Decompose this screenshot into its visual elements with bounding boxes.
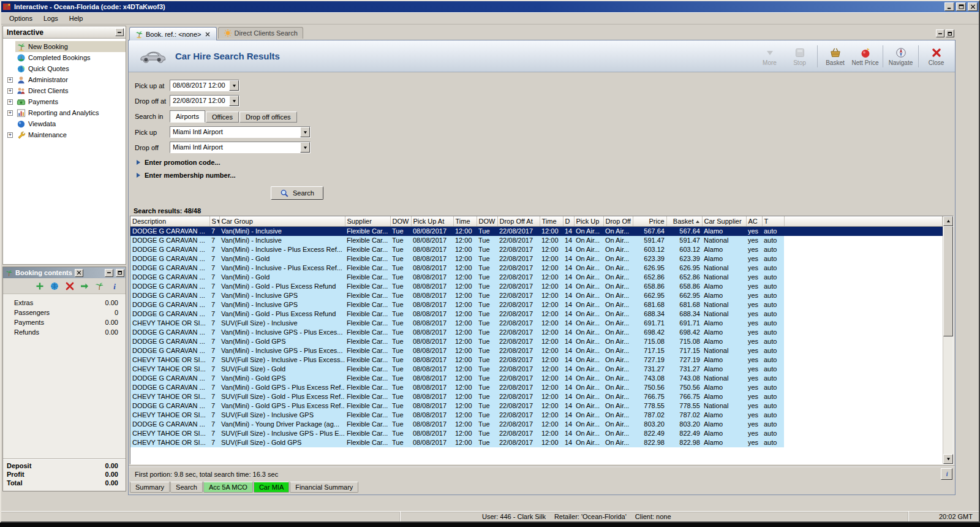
expand-icon[interactable]: + [7, 99, 13, 105]
chevron-down-icon[interactable] [300, 142, 310, 153]
column-header-pick-up[interactable]: Pick Up [574, 216, 603, 226]
expand-icon[interactable]: + [7, 110, 13, 116]
maximize-button[interactable] [956, 2, 966, 11]
result-row[interactable]: DODGE G CARAVAN ...7Van(Mini) - Gold GPS… [130, 337, 943, 346]
expand-icon[interactable]: + [7, 88, 13, 94]
sidebar-item-payments[interactable]: +Payments [3, 96, 126, 107]
column-header-pick-up-at[interactable]: Pick Up At [411, 216, 453, 226]
result-row[interactable]: CHEVY TAHOE OR SI...7SUV(Full Size) - In… [130, 411, 943, 420]
info-icon[interactable]: i [941, 468, 952, 480]
drop-off-at-field[interactable]: 22/08/2017 12:00 [170, 95, 239, 107]
column-header-drop-off-at[interactable]: Drop Off At [497, 216, 540, 226]
booking-delete-button[interactable] [65, 281, 75, 291]
sidebar-item-direct-clients[interactable]: +Direct Clients [3, 85, 126, 96]
sidebar-item-maintenance[interactable]: +Maintenance [3, 129, 126, 140]
pick-up-at-field[interactable]: 08/08/2017 12:00 [170, 80, 239, 91]
bottom-tab-car-mia[interactable]: Car MIA [254, 482, 289, 493]
result-row[interactable]: CHEVY TAHOE OR SI...7SUV(Full Size) - In… [130, 319, 943, 328]
result-row[interactable]: DODGE G CARAVAN ...7Van(Mini) - Gold GPS… [130, 401, 943, 411]
bottom-tab-financial-summary[interactable]: Financial Summary [290, 482, 358, 493]
column-header-d[interactable]: D [563, 216, 574, 226]
bottom-tab-search[interactable]: Search [170, 482, 203, 493]
toolbar-close-button[interactable]: Close [921, 47, 951, 66]
result-row[interactable]: DODGE G CARAVAN ...7Van(Mini) - Gold - P… [130, 282, 943, 291]
result-row[interactable]: CHEVY TAHOE OR SI...7SUV(Full Size) - Go… [130, 365, 943, 374]
result-row[interactable]: CHEVY TAHOE OR SI...7SUV(Full Size) - Go… [130, 392, 943, 401]
booking-search-button[interactable] [50, 281, 59, 291]
search-in-tab-drop-off-offices[interactable]: Drop off offices [239, 112, 297, 123]
chevron-down-icon[interactable] [229, 80, 239, 91]
result-row[interactable]: DODGE G CARAVAN ...7Van(Mini) - GoldFlex… [130, 254, 943, 264]
column-header-car-supplier[interactable]: Car Supplier [702, 216, 746, 226]
filter-icon[interactable] [216, 218, 219, 225]
result-row[interactable]: DODGE G CARAVAN ...7Van(Mini) - Gold GPS… [130, 374, 943, 383]
column-header-drop-off[interactable]: Drop Off [603, 216, 633, 226]
result-row[interactable]: CHEVY TAHOE OR SI...7SUV(Full Size) - Go… [130, 438, 943, 447]
booking-info-button[interactable]: i [110, 281, 119, 291]
doc-tab-direct-clients-search[interactable]: Direct Clients Search [218, 27, 303, 39]
membership-number-expander[interactable]: Enter membership number... [136, 172, 955, 179]
column-header-dow[interactable]: DOW [477, 216, 497, 226]
menu-help[interactable]: Help [64, 13, 89, 23]
menu-logs[interactable]: Logs [38, 13, 64, 23]
mdi-maximize-button[interactable] [946, 29, 954, 37]
minimize-button[interactable] [944, 2, 954, 11]
column-header-basket[interactable]: Basket [666, 216, 702, 226]
bottom-tab-acc-5a-mco[interactable]: Acc 5A MCO [203, 482, 253, 493]
result-row[interactable]: CHEVY TAHOE OR SI...7SUV(Full Size) - In… [130, 355, 943, 365]
sidebar-item-reporting-and-analytics[interactable]: +Reporting and Analytics [3, 107, 126, 118]
search-in-tab-offices[interactable]: Offices [206, 112, 239, 123]
result-row[interactable]: DODGE G CARAVAN ...7Van(Mini) - Inclusiv… [130, 236, 943, 245]
close-button[interactable] [968, 2, 978, 11]
column-header-dow[interactable]: DOW [390, 216, 411, 226]
result-row[interactable]: DODGE G CARAVAN ...7Van(Mini) - Gold GPS… [130, 383, 943, 392]
vertical-scrollbar[interactable] [943, 216, 953, 464]
result-row[interactable]: DODGE G CARAVAN ...7Van(Mini) - Inclusiv… [130, 300, 943, 309]
pick-up-field[interactable]: Miami Intl Airport [170, 126, 311, 138]
booking-maximize-button[interactable] [116, 269, 124, 277]
result-row[interactable]: DODGE G CARAVAN ...7Van(Mini) - GoldFlex… [130, 273, 943, 282]
result-row[interactable]: DODGE G CARAVAN ...7Van(Mini) - Gold - P… [130, 309, 943, 319]
booking-new-booking-button[interactable] [94, 281, 104, 291]
column-header-price[interactable]: Price [633, 216, 666, 226]
result-row[interactable]: DODGE G CARAVAN ...7Van(Mini) - Young Dr… [130, 420, 943, 429]
doc-tab-book-ref-none[interactable]: Book. ref.: <none> [129, 27, 217, 40]
collapse-panel-button[interactable] [115, 28, 124, 36]
promotion-code-expander[interactable]: Enter promotion code... [136, 159, 955, 166]
toolbar-navigate-button[interactable]: Navigate [886, 47, 916, 66]
expand-icon[interactable]: + [7, 132, 13, 138]
toolbar-basket-button[interactable]: Basket [820, 47, 850, 66]
bottom-tab-summary[interactable]: Summary [130, 482, 170, 493]
result-row[interactable]: DODGE G CARAVAN ...7Van(Mini) - Inclusiv… [130, 245, 943, 254]
result-row[interactable]: DODGE G CARAVAN ...7Van(Mini) - Inclusiv… [130, 226, 943, 236]
mdi-minimize-button[interactable] [936, 29, 944, 37]
scroll-up-icon[interactable] [943, 216, 953, 226]
tab-close-icon[interactable] [204, 31, 211, 38]
menu-options[interactable]: Options [4, 13, 38, 23]
sidebar-item-administrator[interactable]: +Administrator [3, 74, 126, 85]
column-header-ac[interactable]: AC [746, 216, 762, 226]
sidebar-item-new-booking[interactable]: New Booking [3, 41, 126, 52]
result-row[interactable]: CHEVY TAHOE OR SI...7SUV(Full Size) - In… [130, 429, 943, 438]
chevron-down-icon[interactable] [229, 96, 239, 106]
column-header-car-group[interactable]: Car Group [219, 216, 345, 226]
column-header-supplier[interactable]: Supplier [345, 216, 390, 226]
column-header-t[interactable]: T [762, 216, 784, 226]
search-button[interactable]: Search [271, 186, 323, 200]
column-header-time[interactable]: Time [540, 216, 563, 226]
result-row[interactable]: DODGE G CARAVAN ...7Van(Mini) - Inclusiv… [130, 291, 943, 300]
sidebar-item-quick-quotes[interactable]: Quick Quotes [3, 63, 126, 74]
expand-icon[interactable]: + [7, 77, 13, 83]
booking-add-button[interactable] [35, 281, 45, 291]
scrollbar-thumb[interactable] [943, 226, 953, 336]
booking-minimize-button[interactable] [105, 269, 113, 277]
scroll-down-icon[interactable] [943, 454, 953, 464]
result-row[interactable]: DODGE G CARAVAN ...7Van(Mini) - Inclusiv… [130, 264, 943, 273]
column-header-s[interactable]: S [209, 216, 219, 226]
booking-close-button[interactable] [75, 269, 83, 277]
column-header-time[interactable]: Time [453, 216, 477, 226]
drop-off-field[interactable]: Miami Intl Airport [170, 142, 311, 153]
result-row[interactable]: DODGE G CARAVAN ...7Van(Mini) - Inclusiv… [130, 346, 943, 355]
sidebar-item-completed-bookings[interactable]: Completed Bookings [3, 52, 126, 63]
search-in-tab-airports[interactable]: Airports [170, 110, 205, 123]
